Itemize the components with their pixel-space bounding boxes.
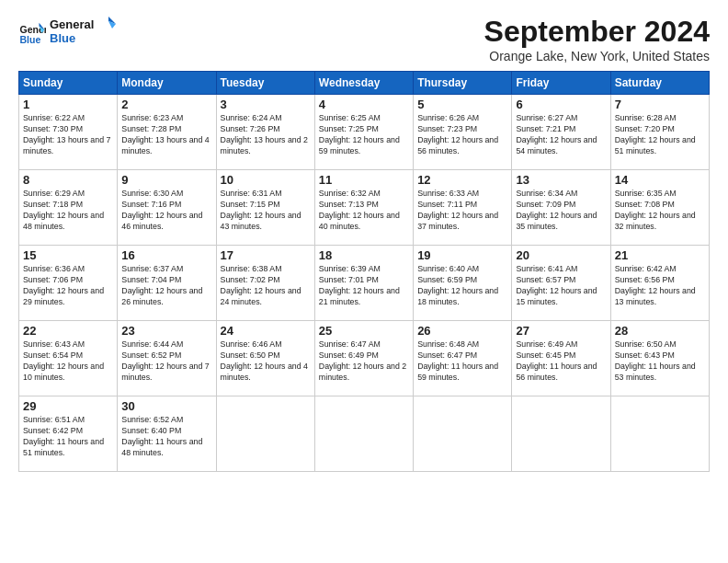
- calendar-cell: [414, 396, 512, 472]
- day-info: Sunrise: 6:34 AM Sunset: 7:09 PM Dayligh…: [516, 189, 606, 233]
- day-info: Sunrise: 6:29 AM Sunset: 7:18 PM Dayligh…: [23, 189, 113, 233]
- day-number: 7: [615, 98, 705, 111]
- calendar-cell: 19 Sunrise: 6:40 AM Sunset: 6:59 PM Dayl…: [414, 246, 512, 321]
- title-block: September 2024 Orange Lake, New York, Un…: [484, 15, 710, 63]
- calendar-cell: 14 Sunrise: 6:35 AM Sunset: 7:08 PM Dayl…: [610, 170, 709, 246]
- calendar-cell: [216, 396, 314, 472]
- day-info: Sunrise: 6:32 AM Sunset: 7:13 PM Dayligh…: [319, 189, 409, 233]
- calendar-cell: 10 Sunrise: 6:31 AM Sunset: 7:15 PM Dayl…: [216, 170, 314, 246]
- calendar-cell: 3 Sunrise: 6:24 AM Sunset: 7:26 PM Dayli…: [216, 95, 314, 170]
- day-info: Sunrise: 6:22 AM Sunset: 7:30 PM Dayligh…: [23, 113, 113, 157]
- day-info: Sunrise: 6:42 AM Sunset: 6:56 PM Dayligh…: [615, 264, 705, 308]
- day-info: Sunrise: 6:48 AM Sunset: 6:47 PM Dayligh…: [417, 339, 507, 384]
- page: General Blue General Blue September 2024…: [0, 0, 728, 563]
- day-number: 18: [319, 248, 409, 262]
- day-number: 24: [221, 324, 311, 338]
- day-number: 25: [319, 324, 409, 338]
- calendar-cell: 26 Sunrise: 6:48 AM Sunset: 6:47 PM Dayl…: [414, 321, 512, 396]
- logo: General Blue General Blue: [18, 15, 116, 52]
- calendar-cell: 25 Sunrise: 6:47 AM Sunset: 6:49 PM Dayl…: [314, 321, 413, 396]
- day-info: Sunrise: 6:26 AM Sunset: 7:23 PM Dayligh…: [417, 113, 507, 157]
- day-number: 1: [23, 98, 113, 111]
- day-number: 21: [615, 248, 705, 262]
- calendar-cell: [314, 396, 413, 472]
- calendar-cell: 6 Sunrise: 6:27 AM Sunset: 7:21 PM Dayli…: [512, 95, 610, 170]
- week-row-3: 22 Sunrise: 6:43 AM Sunset: 6:54 PM Dayl…: [19, 321, 710, 396]
- col-tuesday: Tuesday: [216, 72, 314, 95]
- day-number: 9: [121, 173, 211, 187]
- week-row-1: 8 Sunrise: 6:29 AM Sunset: 7:18 PM Dayli…: [19, 170, 710, 246]
- svg-text:Blue: Blue: [50, 31, 75, 45]
- svg-text:Blue: Blue: [20, 34, 41, 45]
- day-number: 23: [121, 324, 211, 338]
- calendar-cell: 2 Sunrise: 6:23 AM Sunset: 7:28 PM Dayli…: [118, 95, 216, 170]
- calendar-cell: 28 Sunrise: 6:50 AM Sunset: 6:43 PM Dayl…: [610, 321, 709, 396]
- day-info: Sunrise: 6:24 AM Sunset: 7:26 PM Dayligh…: [221, 113, 311, 157]
- day-info: Sunrise: 6:52 AM Sunset: 6:40 PM Dayligh…: [121, 415, 211, 459]
- calendar-cell: 17 Sunrise: 6:38 AM Sunset: 7:02 PM Dayl…: [216, 246, 314, 321]
- calendar-cell: [610, 396, 709, 472]
- col-saturday: Saturday: [610, 72, 709, 95]
- logo-icon: General Blue: [18, 19, 46, 47]
- col-friday: Friday: [512, 72, 610, 95]
- header-row: Sunday Monday Tuesday Wednesday Thursday…: [19, 72, 710, 95]
- day-info: Sunrise: 6:35 AM Sunset: 7:08 PM Dayligh…: [615, 189, 705, 233]
- day-number: 29: [23, 399, 113, 413]
- week-row-2: 15 Sunrise: 6:36 AM Sunset: 7:06 PM Dayl…: [19, 246, 710, 321]
- day-number: 15: [23, 248, 113, 262]
- day-number: 14: [615, 173, 705, 187]
- day-info: Sunrise: 6:30 AM Sunset: 7:16 PM Dayligh…: [121, 189, 211, 233]
- calendar-cell: 30 Sunrise: 6:52 AM Sunset: 6:40 PM Dayl…: [118, 396, 216, 472]
- calendar-cell: 15 Sunrise: 6:36 AM Sunset: 7:06 PM Dayl…: [19, 246, 118, 321]
- day-info: Sunrise: 6:44 AM Sunset: 6:52 PM Dayligh…: [121, 339, 211, 384]
- day-number: 2: [121, 98, 211, 111]
- day-number: 26: [417, 324, 507, 338]
- month-title: September 2024: [484, 15, 710, 49]
- day-info: Sunrise: 6:51 AM Sunset: 6:42 PM Dayligh…: [23, 415, 113, 459]
- calendar-cell: 23 Sunrise: 6:44 AM Sunset: 6:52 PM Dayl…: [118, 321, 216, 396]
- calendar-cell: 8 Sunrise: 6:29 AM Sunset: 7:18 PM Dayli…: [19, 170, 118, 246]
- day-number: 13: [516, 173, 606, 187]
- calendar-cell: 1 Sunrise: 6:22 AM Sunset: 7:30 PM Dayli…: [19, 95, 118, 170]
- location: Orange Lake, New York, United States: [484, 49, 710, 63]
- day-info: Sunrise: 6:38 AM Sunset: 7:02 PM Dayligh…: [221, 264, 311, 308]
- day-number: 4: [319, 98, 409, 111]
- logo-svg: General Blue: [50, 15, 116, 48]
- calendar-cell: 7 Sunrise: 6:28 AM Sunset: 7:20 PM Dayli…: [610, 95, 709, 170]
- day-number: 28: [615, 324, 705, 338]
- day-info: Sunrise: 6:36 AM Sunset: 7:06 PM Dayligh…: [23, 264, 113, 308]
- day-number: 27: [516, 324, 606, 338]
- calendar-cell: 18 Sunrise: 6:39 AM Sunset: 7:01 PM Dayl…: [314, 246, 413, 321]
- day-info: Sunrise: 6:50 AM Sunset: 6:43 PM Dayligh…: [615, 339, 705, 384]
- calendar-cell: 21 Sunrise: 6:42 AM Sunset: 6:56 PM Dayl…: [610, 246, 709, 321]
- day-number: 6: [516, 98, 606, 111]
- day-number: 12: [417, 173, 507, 187]
- col-thursday: Thursday: [414, 72, 512, 95]
- day-info: Sunrise: 6:33 AM Sunset: 7:11 PM Dayligh…: [417, 189, 507, 233]
- day-number: 3: [221, 98, 311, 111]
- calendar-cell: 24 Sunrise: 6:46 AM Sunset: 6:50 PM Dayl…: [216, 321, 314, 396]
- day-info: Sunrise: 6:47 AM Sunset: 6:49 PM Dayligh…: [319, 339, 409, 384]
- day-number: 5: [417, 98, 507, 111]
- col-wednesday: Wednesday: [314, 72, 413, 95]
- day-info: Sunrise: 6:23 AM Sunset: 7:28 PM Dayligh…: [121, 113, 211, 157]
- calendar-cell: 9 Sunrise: 6:30 AM Sunset: 7:16 PM Dayli…: [118, 170, 216, 246]
- calendar-cell: [512, 396, 610, 472]
- col-sunday: Sunday: [19, 72, 118, 95]
- day-info: Sunrise: 6:41 AM Sunset: 6:57 PM Dayligh…: [516, 264, 606, 308]
- day-number: 30: [121, 399, 211, 413]
- day-info: Sunrise: 6:25 AM Sunset: 7:25 PM Dayligh…: [319, 113, 409, 157]
- calendar: Sunday Monday Tuesday Wednesday Thursday…: [18, 71, 710, 472]
- calendar-cell: 29 Sunrise: 6:51 AM Sunset: 6:42 PM Dayl…: [19, 396, 118, 472]
- calendar-cell: 5 Sunrise: 6:26 AM Sunset: 7:23 PM Dayli…: [414, 95, 512, 170]
- day-info: Sunrise: 6:31 AM Sunset: 7:15 PM Dayligh…: [221, 189, 311, 233]
- calendar-cell: 16 Sunrise: 6:37 AM Sunset: 7:04 PM Dayl…: [118, 246, 216, 321]
- calendar-cell: 13 Sunrise: 6:34 AM Sunset: 7:09 PM Dayl…: [512, 170, 610, 246]
- calendar-cell: 20 Sunrise: 6:41 AM Sunset: 6:57 PM Dayl…: [512, 246, 610, 321]
- calendar-cell: 22 Sunrise: 6:43 AM Sunset: 6:54 PM Dayl…: [19, 321, 118, 396]
- week-row-4: 29 Sunrise: 6:51 AM Sunset: 6:42 PM Dayl…: [19, 396, 710, 472]
- day-info: Sunrise: 6:49 AM Sunset: 6:45 PM Dayligh…: [516, 339, 606, 384]
- day-info: Sunrise: 6:28 AM Sunset: 7:20 PM Dayligh…: [615, 113, 705, 157]
- day-number: 22: [23, 324, 113, 338]
- day-info: Sunrise: 6:27 AM Sunset: 7:21 PM Dayligh…: [516, 113, 606, 157]
